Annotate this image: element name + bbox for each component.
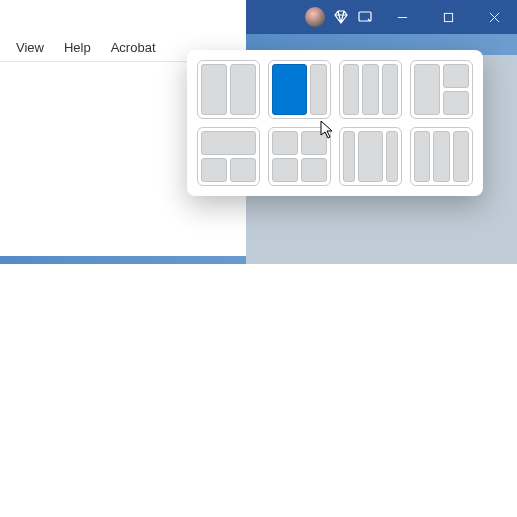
snap-zone[interactable] xyxy=(414,131,430,182)
close-button[interactable] xyxy=(471,0,517,34)
snap-zone[interactable] xyxy=(230,158,256,182)
snap-zone[interactable] xyxy=(343,64,359,115)
snap-zone[interactable] xyxy=(443,91,469,115)
snap-layout-top-two[interactable] xyxy=(197,127,260,186)
snap-zone[interactable] xyxy=(201,131,256,155)
snap-zone-selected[interactable] xyxy=(272,64,307,115)
snap-zone[interactable] xyxy=(230,64,256,115)
snap-zone[interactable] xyxy=(201,64,227,115)
snap-zone[interactable] xyxy=(201,158,227,182)
snap-zone[interactable] xyxy=(453,131,469,182)
snap-layout-wide-center[interactable] xyxy=(339,127,402,186)
snap-zone[interactable] xyxy=(433,131,449,182)
snap-layout-two-thirds[interactable] xyxy=(268,60,331,119)
snap-zone[interactable] xyxy=(414,64,440,115)
snap-zone[interactable] xyxy=(343,131,355,182)
snap-layout-quad[interactable] xyxy=(268,127,331,186)
snap-zone[interactable] xyxy=(382,64,398,115)
snap-layout-two-halves[interactable] xyxy=(197,60,260,119)
snap-zone[interactable] xyxy=(386,131,398,182)
menu-view[interactable]: View xyxy=(6,36,54,59)
snap-zone[interactable] xyxy=(362,64,378,115)
maximize-button[interactable] xyxy=(425,0,471,34)
snap-zone[interactable] xyxy=(272,131,298,155)
snap-layout-three-uneven[interactable] xyxy=(410,127,473,186)
snap-layout-half-stack[interactable] xyxy=(410,60,473,119)
snap-layouts-flyout xyxy=(187,50,483,196)
snap-zone[interactable] xyxy=(301,131,327,155)
user-avatar[interactable] xyxy=(305,7,325,27)
diamond-icon[interactable] xyxy=(333,9,349,25)
minimize-button[interactable] xyxy=(379,0,425,34)
snap-zone[interactable] xyxy=(310,64,327,115)
snap-zone[interactable] xyxy=(358,131,383,182)
snap-zone[interactable] xyxy=(301,158,327,182)
svg-rect-2 xyxy=(444,13,452,21)
menu-acrobat[interactable]: Acrobat xyxy=(101,36,166,59)
snap-zone[interactable] xyxy=(443,64,469,88)
ribbon-display-icon[interactable] xyxy=(357,9,373,25)
snap-zone[interactable] xyxy=(272,158,298,182)
menu-help[interactable]: Help xyxy=(54,36,101,59)
snap-layout-three-columns[interactable] xyxy=(339,60,402,119)
